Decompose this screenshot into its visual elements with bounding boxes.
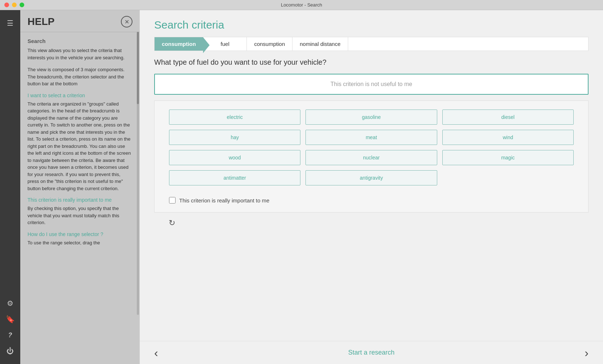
option-gasoline[interactable]: gasoline: [305, 110, 437, 125]
breadcrumb-item-3[interactable]: nominal distance: [292, 37, 348, 51]
icon-sidebar: ☰ ⚙ 🔖 ? ⏻: [0, 10, 20, 364]
power-icon[interactable]: ⏻: [3, 344, 17, 358]
option-magic[interactable]: magic: [442, 150, 574, 165]
page-title: Search criteria: [154, 19, 589, 31]
breadcrumb-item-1[interactable]: fuel: [203, 37, 246, 51]
not-useful-button[interactable]: This criterion is not useful to me: [154, 74, 589, 95]
help-close-button[interactable]: ✕: [121, 16, 132, 27]
option-meat[interactable]: meat: [305, 130, 437, 145]
help-link-2[interactable]: This criterion is really important to me: [28, 197, 132, 203]
prev-button[interactable]: ‹: [154, 347, 158, 359]
options-grid-1: electric gasoline diesel hay meat wind w…: [169, 110, 574, 185]
breadcrumb-item-2[interactable]: consumption: [246, 37, 292, 51]
start-research-button[interactable]: Start a research: [348, 349, 395, 356]
content-area: What type of fuel do you want to use for…: [140, 58, 603, 341]
maximize-window-button[interactable]: [20, 3, 24, 7]
important-checkbox-area: This criterion is really important to me: [169, 194, 574, 206]
help-scrollbar-thumb[interactable]: [137, 32, 139, 104]
option-diesel[interactable]: diesel: [442, 110, 574, 125]
option-hay[interactable]: hay: [169, 130, 300, 145]
help-icon[interactable]: ?: [3, 328, 17, 342]
help-link-3[interactable]: How do I use the range selector ?: [28, 231, 132, 237]
main-header: Search criteria: [140, 10, 603, 37]
settings-icon[interactable]: ⚙: [3, 296, 17, 311]
refresh-icon[interactable]: ↻: [169, 218, 175, 228]
menu-icon[interactable]: ☰: [3, 16, 17, 30]
window-title: Locomotor - Search: [281, 2, 322, 8]
question-text: What type of fuel do you want to use for…: [154, 58, 589, 67]
sidebar-top-icons: ☰: [3, 14, 17, 296]
breadcrumb-item-4[interactable]: [348, 37, 391, 51]
help-body-5: To use the range selector, drag the: [28, 239, 132, 247]
main-content: Search criteria consumption fuel consump…: [140, 10, 603, 364]
breadcrumb: consumption fuel consumption nominal dis…: [154, 37, 589, 51]
next-button[interactable]: ›: [585, 347, 589, 359]
app-body: ☰ ⚙ 🔖 ? ⏻ HELP ✕ Search: [0, 10, 603, 364]
window-controls: [4, 3, 24, 7]
help-body-3: The criteria are organized in "groups" c…: [28, 100, 132, 192]
options-container: electric gasoline diesel hay meat wind w…: [154, 100, 589, 213]
refresh-area: ↻: [154, 213, 589, 234]
help-content: Search This view allows you to select th…: [20, 32, 140, 364]
bookmark-icon[interactable]: 🔖: [3, 312, 17, 326]
important-checkbox-label[interactable]: This criterion is really important to me: [179, 197, 269, 204]
important-checkbox[interactable]: [169, 197, 176, 204]
breadcrumb-item-0[interactable]: consumption: [155, 37, 203, 51]
sidebar-bottom-icons: ⚙ 🔖 ? ⏻: [3, 296, 17, 364]
help-search-title: Search: [28, 38, 132, 44]
titlebar: Locomotor - Search: [0, 0, 603, 10]
help-link-1[interactable]: I want to select a criterion: [28, 93, 132, 98]
option-wood[interactable]: wood: [169, 150, 300, 165]
help-title: HELP: [28, 16, 55, 27]
option-wind[interactable]: wind: [442, 130, 574, 145]
close-window-button[interactable]: [4, 3, 9, 7]
help-body-2: The view is composed of 3 major componen…: [28, 66, 132, 87]
help-body-1: This view allows you to select the crite…: [28, 47, 132, 61]
minimize-window-button[interactable]: [12, 3, 17, 7]
option-electric[interactable]: electric: [169, 110, 300, 125]
help-scrollbar[interactable]: [137, 32, 139, 315]
option-antimatter[interactable]: antimatter: [169, 170, 300, 185]
help-panel: HELP ✕ Search This view allows you to se…: [20, 10, 140, 364]
option-nuclear[interactable]: nuclear: [305, 150, 437, 165]
option-antigravity[interactable]: antigravity: [305, 170, 437, 185]
bottom-bar: ‹ Start a research ›: [140, 341, 603, 364]
help-body-4: By checking this option, you specify tha…: [28, 205, 132, 226]
help-header: HELP ✕: [20, 10, 140, 32]
